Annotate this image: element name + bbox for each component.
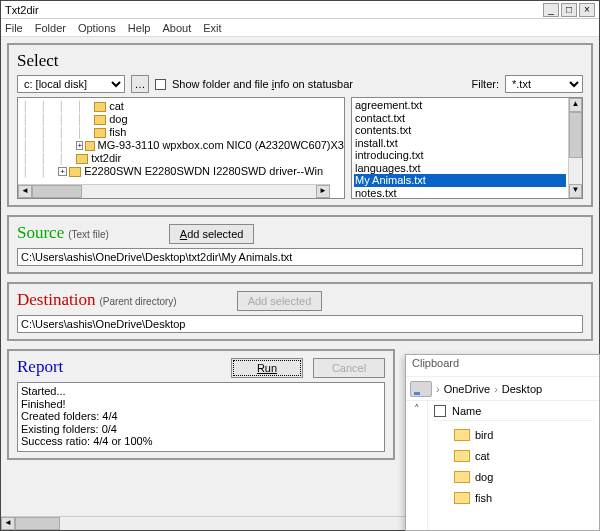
tree-item[interactable]: │ │ │ │ dog [22, 113, 344, 126]
source-sub: (Text file) [68, 229, 109, 240]
menu-folder[interactable]: Folder [35, 22, 66, 34]
menu-about[interactable]: About [162, 22, 191, 34]
folder-icon [94, 128, 106, 138]
folder-icon [85, 141, 94, 151]
cancel-button: Cancel [313, 358, 385, 378]
tree-item-label: E2280SWN E2280SWDN I2280SWD driver--Win [84, 165, 323, 178]
file-list-item[interactable]: notes.txt [354, 187, 566, 200]
folder-icon [69, 167, 81, 177]
menubar: File Folder Options Help About Exit [1, 19, 599, 37]
expand-icon[interactable]: + [76, 141, 83, 150]
file-list-item[interactable]: languages.txt [354, 162, 566, 175]
show-info-checkbox[interactable] [155, 79, 166, 90]
window-title: Txt2dir [5, 4, 39, 16]
folder-icon [94, 102, 106, 112]
report-line: Started... [21, 385, 381, 398]
tree-item-label: fish [109, 126, 126, 139]
show-info-label: Show folder and file info on statusbar [172, 78, 353, 90]
explorer-nav[interactable]: ˄ [406, 401, 428, 530]
drive-refresh-button[interactable]: … [131, 75, 149, 93]
explorer-item-label: dog [475, 471, 493, 483]
tree-item[interactable]: │ │ │ +MG-93-3110 wpxbox.com NIC0 (A2320… [22, 139, 344, 152]
folder-icon [454, 429, 470, 441]
explorer-item-label: fish [475, 492, 492, 504]
expand-icon[interactable]: + [58, 167, 67, 176]
tree-item[interactable]: │ │ │ txt2dir [22, 152, 344, 165]
tree-item-label: cat [109, 100, 124, 113]
folder-icon [94, 115, 106, 125]
report-line: Existing folders: 0/4 [21, 423, 381, 436]
destination-panel: Destination (Parent directory) Add selec… [7, 282, 593, 341]
titlebar: Txt2dir _ □ × [1, 1, 599, 19]
folder-icon [76, 154, 88, 164]
menu-options[interactable]: Options [78, 22, 116, 34]
explorer-breadcrumb[interactable]: › OneDrive › Desktop [406, 377, 599, 401]
drive-icon [410, 381, 432, 397]
chevron-right-icon: › [436, 383, 440, 395]
source-add-button[interactable]: Add selected [169, 224, 255, 244]
file-list-item[interactable]: introducing.txt [354, 149, 566, 162]
menu-help[interactable]: Help [128, 22, 151, 34]
explorer-item[interactable]: bird [434, 424, 593, 445]
filter-label: Filter: [472, 78, 500, 90]
destination-add-button: Add selected [237, 291, 323, 311]
file-list-item[interactable]: install.txt [354, 137, 566, 150]
filter-combo[interactable]: *.txt [505, 75, 583, 93]
folder-icon [454, 450, 470, 462]
file-list-item[interactable]: contact.txt [354, 112, 566, 125]
destination-title: Destination [17, 290, 95, 310]
menu-file[interactable]: File [5, 22, 23, 34]
folder-icon [454, 471, 470, 483]
source-title: Source [17, 223, 64, 243]
column-name[interactable]: Name [452, 405, 481, 417]
destination-path-field[interactable] [17, 315, 583, 333]
select-panel: Select c: [local disk] … Show folder and… [7, 43, 593, 207]
source-panel: Source (Text file) Add selected [7, 215, 593, 274]
destination-sub: (Parent directory) [99, 296, 176, 307]
tree-hscroll[interactable]: ◄► [18, 184, 330, 198]
minimize-button[interactable]: _ [543, 3, 559, 17]
breadcrumb-onedrive[interactable]: OneDrive [444, 383, 490, 395]
explorer-item[interactable]: fish [434, 487, 593, 508]
tree-item-label: txt2dir [91, 152, 121, 165]
report-panel: Report Run Cancel Started...Finished!Cre… [7, 349, 395, 460]
explorer-window: Clipboard › OneDrive › Desktop ˄ Name bi… [405, 354, 600, 531]
close-button[interactable]: × [579, 3, 595, 17]
report-line: Created folders: 4/4 [21, 410, 381, 423]
report-line: Finished! [21, 398, 381, 411]
tree-item-label: dog [109, 113, 127, 126]
chevron-right-icon: › [494, 383, 498, 395]
source-path-field[interactable] [17, 248, 583, 266]
file-list-item[interactable]: My Animals.txt [354, 174, 566, 187]
explorer-item-label: cat [475, 450, 490, 462]
explorer-item[interactable]: dog [434, 466, 593, 487]
select-all-checkbox[interactable] [434, 405, 446, 417]
file-list-item[interactable]: contents.txt [354, 124, 566, 137]
tree-item[interactable]: │ │ │ │ fish [22, 126, 344, 139]
report-title: Report [17, 357, 63, 377]
maximize-button[interactable]: □ [561, 3, 577, 17]
tree-item-label: MG-93-3110 wpxbox.com NIC0 (A2320WC607)X… [98, 139, 344, 152]
run-button[interactable]: Run [231, 358, 303, 378]
explorer-item-label: bird [475, 429, 493, 441]
file-list-item[interactable]: agreement.txt [354, 99, 566, 112]
select-title: Select [17, 51, 583, 71]
tree-item[interactable]: │ │ │ │ cat [22, 100, 344, 113]
report-output: Started...Finished!Created folders: 4/4E… [17, 382, 385, 452]
file-list[interactable]: agreement.txtcontact.txtcontents.txtinst… [351, 97, 583, 199]
folder-icon [454, 492, 470, 504]
report-line: Success ratio: 4/4 or 100% [21, 435, 381, 448]
window-controls: _ □ × [543, 3, 595, 17]
list-vscroll[interactable]: ▲▼ [568, 98, 582, 198]
folder-tree[interactable]: │ │ │ │ cat│ │ │ │ dog│ │ │ │ fish│ │ │ … [17, 97, 345, 199]
tree-item[interactable]: │ │ +E2280SWN E2280SWDN I2280SWD driver-… [22, 165, 344, 178]
chevron-up-icon: ˄ [414, 403, 420, 415]
explorer-item[interactable]: cat [434, 445, 593, 466]
drive-combo[interactable]: c: [local disk] [17, 75, 125, 93]
menu-exit[interactable]: Exit [203, 22, 221, 34]
breadcrumb-desktop[interactable]: Desktop [502, 383, 542, 395]
explorer-file-list[interactable]: Name birdcatdogfish [428, 401, 599, 530]
explorer-clipboard-label: Clipboard [406, 355, 599, 377]
